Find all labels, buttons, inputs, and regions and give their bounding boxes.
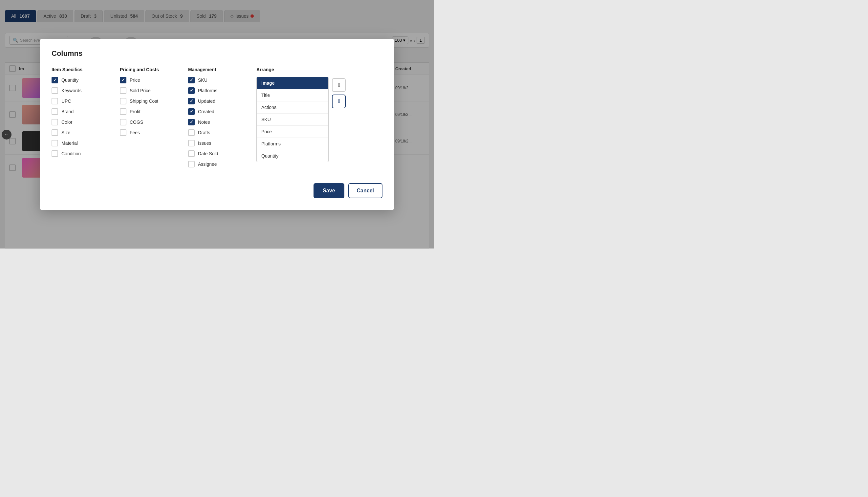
- checkbox-fees-label: Fees: [130, 130, 140, 135]
- checkbox-assignee-label: Assignee: [198, 161, 217, 167]
- checkbox-cogs-label: COGS: [130, 119, 143, 125]
- checkbox-price-label: Price: [130, 77, 140, 83]
- save-button[interactable]: Save: [314, 183, 344, 198]
- arrange-item-image[interactable]: Image: [257, 77, 328, 89]
- section-title-item-specifics: Item Specifics: [52, 67, 104, 72]
- checkbox-updated[interactable]: Updated: [188, 98, 241, 104]
- checkbox-assignee-input[interactable]: [188, 161, 195, 167]
- checkbox-date-sold-input[interactable]: [188, 150, 195, 157]
- checkbox-condition-input[interactable]: [52, 150, 58, 157]
- checkbox-updated-input[interactable]: [188, 98, 195, 104]
- checkbox-shipping-cost-label: Shipping Cost: [130, 99, 158, 104]
- checkbox-size-label: Size: [61, 130, 70, 135]
- checkbox-keywords-input[interactable]: [52, 87, 58, 94]
- checkbox-platforms[interactable]: Platforms: [188, 87, 241, 94]
- checkbox-keywords[interactable]: Keywords: [52, 87, 104, 94]
- checkbox-sold-price-label: Sold Price: [130, 88, 151, 93]
- checkbox-quantity[interactable]: Quantity: [52, 77, 104, 83]
- modal-content: Item Specifics Quantity Keywords UPC Bra…: [52, 67, 382, 171]
- checkbox-material-input[interactable]: [52, 140, 58, 146]
- checkbox-upc[interactable]: UPC: [52, 98, 104, 104]
- checkbox-fees[interactable]: Fees: [120, 129, 172, 136]
- checkbox-keywords-label: Keywords: [61, 88, 82, 93]
- checkbox-profit-input[interactable]: [120, 108, 126, 115]
- checkbox-sku[interactable]: SKU: [188, 77, 241, 83]
- checkbox-created[interactable]: Created: [188, 108, 241, 115]
- checkbox-drafts-label: Drafts: [198, 130, 210, 135]
- checkbox-issues-input[interactable]: [188, 140, 195, 146]
- checkbox-price[interactable]: Price: [120, 77, 172, 83]
- cancel-button[interactable]: Cancel: [348, 183, 382, 198]
- checkbox-condition[interactable]: Condition: [52, 150, 104, 157]
- checkbox-shipping-cost[interactable]: Shipping Cost: [120, 98, 172, 104]
- arrange-up-button[interactable]: ⇧: [332, 78, 346, 92]
- checkbox-issues-label: Issues: [198, 141, 211, 146]
- checkbox-date-sold[interactable]: Date Sold: [188, 150, 241, 157]
- checkbox-assignee[interactable]: Assignee: [188, 161, 241, 167]
- arrange-item-platforms[interactable]: Platforms: [257, 138, 328, 150]
- modal-footer: Save Cancel: [52, 183, 382, 198]
- arrange-item-sku[interactable]: SKU: [257, 114, 328, 126]
- checkbox-fees-input[interactable]: [120, 129, 126, 136]
- checkbox-notes-input[interactable]: [188, 119, 195, 125]
- arrange-wrapper: Image Title Actions SKU Price Platforms …: [256, 77, 346, 162]
- arrange-down-button[interactable]: ⇩: [332, 95, 346, 108]
- checkbox-color[interactable]: Color: [52, 119, 104, 125]
- checkbox-cogs[interactable]: COGS: [120, 119, 172, 125]
- checkbox-brand[interactable]: Brand: [52, 108, 104, 115]
- checkbox-quantity-label: Quantity: [61, 77, 79, 83]
- section-pricing-costs: Pricing and Costs Price Sold Price Shipp…: [120, 67, 172, 140]
- section-title-management: Management: [188, 67, 241, 72]
- checkbox-sold-price-input[interactable]: [120, 87, 126, 94]
- checkbox-brand-input[interactable]: [52, 108, 58, 115]
- checkbox-upc-input[interactable]: [52, 98, 58, 104]
- checkbox-drafts[interactable]: Drafts: [188, 129, 241, 136]
- checkbox-date-sold-label: Date Sold: [198, 151, 218, 156]
- checkbox-size-input[interactable]: [52, 129, 58, 136]
- checkbox-condition-label: Condition: [61, 151, 81, 156]
- checkbox-upc-label: UPC: [61, 99, 71, 104]
- section-title-pricing: Pricing and Costs: [120, 67, 172, 72]
- checkbox-updated-label: Updated: [198, 99, 215, 104]
- checkbox-cogs-input[interactable]: [120, 119, 126, 125]
- checkbox-color-label: Color: [61, 119, 72, 125]
- arrange-item-quantity[interactable]: Quantity: [257, 150, 328, 162]
- arrange-item-title[interactable]: Title: [257, 89, 328, 101]
- section-item-specifics: Item Specifics Quantity Keywords UPC Bra…: [52, 67, 104, 161]
- arrange-buttons: ⇧ ⇩: [332, 78, 346, 108]
- checkbox-material[interactable]: Material: [52, 140, 104, 146]
- checkbox-profit[interactable]: Profit: [120, 108, 172, 115]
- checkbox-issues[interactable]: Issues: [188, 140, 241, 146]
- checkbox-platforms-label: Platforms: [198, 88, 217, 93]
- arrange-item-actions[interactable]: Actions: [257, 101, 328, 114]
- section-management: Management SKU Platforms Updated Created…: [188, 67, 241, 171]
- checkbox-size[interactable]: Size: [52, 129, 104, 136]
- arrange-list-scroll[interactable]: Image Title Actions SKU Price Platforms …: [257, 77, 328, 162]
- columns-modal: Columns Item Specifics Quantity Keywords…: [40, 39, 394, 210]
- checkbox-profit-label: Profit: [130, 109, 141, 114]
- checkbox-sku-input[interactable]: [188, 77, 195, 83]
- checkbox-notes-label: Notes: [198, 119, 210, 125]
- checkbox-drafts-input[interactable]: [188, 129, 195, 136]
- checkbox-brand-label: Brand: [61, 109, 73, 114]
- arrange-section: Arrange Image Title Actions SKU Price Pl…: [256, 67, 346, 162]
- checkbox-material-label: Material: [61, 141, 78, 146]
- arrange-title: Arrange: [256, 67, 346, 72]
- checkbox-platforms-input[interactable]: [188, 87, 195, 94]
- arrange-item-price[interactable]: Price: [257, 126, 328, 138]
- checkbox-color-input[interactable]: [52, 119, 58, 125]
- checkbox-price-input[interactable]: [120, 77, 126, 83]
- modal-title: Columns: [52, 49, 382, 58]
- checkbox-created-input[interactable]: [188, 108, 195, 115]
- arrange-list: Image Title Actions SKU Price Platforms …: [256, 77, 329, 162]
- checkbox-sold-price[interactable]: Sold Price: [120, 87, 172, 94]
- checkbox-created-label: Created: [198, 109, 214, 114]
- checkbox-sku-label: SKU: [198, 77, 208, 83]
- checkbox-shipping-cost-input[interactable]: [120, 98, 126, 104]
- checkbox-quantity-input[interactable]: [52, 77, 58, 83]
- checkbox-notes[interactable]: Notes: [188, 119, 241, 125]
